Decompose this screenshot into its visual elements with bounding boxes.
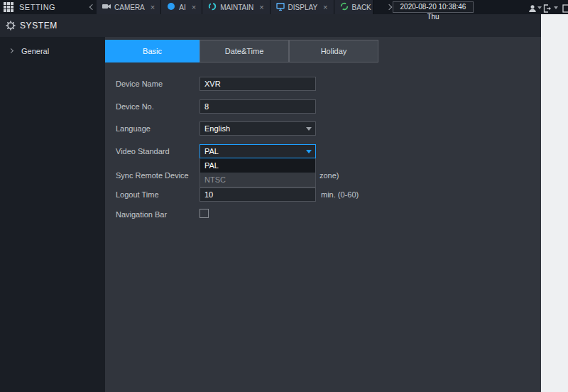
- video-standard-dropdown: PAL NTSC: [200, 158, 316, 187]
- tab-close-icon[interactable]: ×: [323, 3, 327, 11]
- chevron-right-icon: [9, 48, 13, 53]
- device-no-label: Device No.: [116, 99, 154, 114]
- sync-remote-device-label: Sync Remote Device: [116, 168, 189, 183]
- sync-remote-note: zone): [320, 168, 339, 183]
- tab-close-icon[interactable]: ×: [151, 3, 155, 11]
- device-name-label: Device Name: [116, 77, 163, 91]
- logout-time-input[interactable]: [200, 187, 316, 202]
- dropdown-option-pal[interactable]: PAL: [200, 158, 315, 173]
- video-standard-label: Video Standard: [116, 144, 170, 158]
- sidebar: General: [0, 37, 105, 392]
- tab-maintain[interactable]: MAINTAIN ×: [202, 0, 270, 14]
- language-select[interactable]: English: [200, 121, 316, 136]
- device-no-input[interactable]: [200, 99, 316, 114]
- sidebar-item-general[interactable]: General: [0, 44, 105, 58]
- video-standard-select[interactable]: PAL: [200, 144, 316, 158]
- tab-backup[interactable]: BACK: [334, 0, 373, 14]
- logout-time-label: Logout Time: [116, 187, 159, 202]
- maintain-icon: [208, 2, 217, 12]
- tab-close-icon[interactable]: ×: [259, 3, 263, 11]
- page-background-strip: [541, 14, 568, 392]
- chevron-down-icon: [306, 127, 312, 131]
- chevron-down-icon: [306, 150, 312, 153]
- display-icon: [276, 3, 285, 12]
- tab-label: BACK: [352, 4, 371, 11]
- video-standard-select-value: PAL: [204, 147, 219, 156]
- page-title: SYSTEM: [20, 14, 58, 37]
- main-content: Basic Date&Time Holiday Device Name Devi…: [105, 37, 541, 392]
- tab-close-icon[interactable]: ×: [192, 3, 196, 11]
- logout-menu-caret-icon[interactable]: [554, 6, 558, 9]
- top-bar: SETTING CAMERA × AI × MAIN: [0, 0, 568, 14]
- device-name-input[interactable]: [200, 77, 316, 91]
- sidebar-item-label: General: [21, 44, 49, 58]
- tab-holiday[interactable]: Holiday: [289, 40, 378, 62]
- language-select-value: English: [204, 124, 230, 133]
- tab-label: CAMERA: [114, 4, 145, 11]
- logout-icon[interactable]: [543, 3, 552, 16]
- tab-ai[interactable]: AI ×: [161, 0, 202, 14]
- tab-label: DISPLAY: [288, 4, 318, 11]
- system-datetime: 2020-08-20 10:38:46 Thu: [393, 1, 474, 13]
- tab-scroll-left-icon[interactable]: [89, 4, 95, 10]
- navigation-bar-label: Navigation Bar: [116, 207, 167, 222]
- tab-camera[interactable]: CAMERA ×: [97, 0, 161, 14]
- backup-icon: [340, 2, 349, 12]
- navigation-bar-checkbox[interactable]: [200, 209, 209, 218]
- user-account-icon[interactable]: [528, 3, 537, 16]
- tab-basic[interactable]: Basic: [105, 40, 200, 62]
- fullscreen-icon[interactable]: [562, 3, 568, 16]
- tab-date-time[interactable]: Date&Time: [200, 40, 289, 62]
- language-label: Language: [116, 121, 151, 136]
- dropdown-option-ntsc[interactable]: NTSC: [200, 173, 315, 187]
- tab-label: AI: [179, 4, 185, 11]
- ai-icon: [167, 2, 175, 12]
- logout-time-unit: min. (0-60): [321, 187, 359, 202]
- tab-label: MAINTAIN: [220, 4, 253, 11]
- setting-menu-label[interactable]: SETTING: [19, 0, 55, 14]
- settings-window: SETTING CAMERA × AI × MAIN: [0, 0, 568, 392]
- section-header: SYSTEM: [0, 14, 541, 37]
- tab-display[interactable]: DISPLAY ×: [271, 0, 334, 14]
- user-menu-caret-icon[interactable]: [537, 6, 542, 9]
- tab-scroll-right-icon[interactable]: [386, 4, 392, 10]
- apps-grid-icon[interactable]: [4, 2, 13, 15]
- gear-icon: [6, 21, 16, 33]
- camera-icon: [102, 3, 111, 11]
- open-tabs-strip: CAMERA × AI × MAINTAIN ×: [97, 0, 373, 14]
